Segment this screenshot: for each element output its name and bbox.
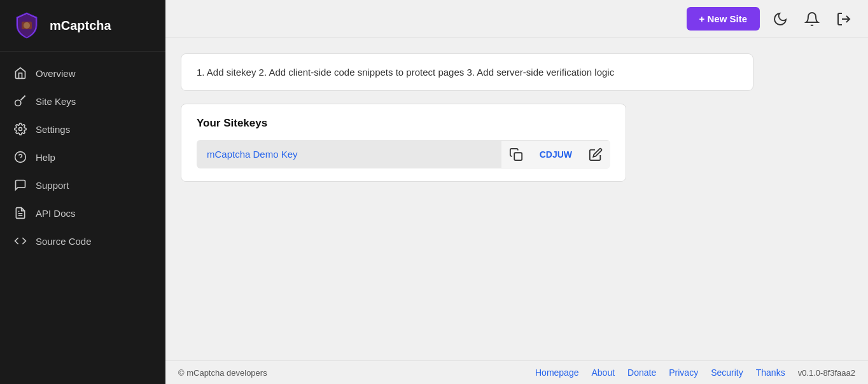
new-site-button[interactable]: + New Site xyxy=(687,7,760,31)
sidebar-item-source-code-label: Source Code xyxy=(36,236,92,247)
sitekey-actions: CDJUW xyxy=(501,141,610,168)
file-icon xyxy=(14,207,27,219)
app-logo xyxy=(13,11,41,39)
footer-version: v0.1.0-8f3faaa2 xyxy=(798,368,855,378)
source-code-icon xyxy=(14,235,27,247)
svg-point-3 xyxy=(19,128,22,131)
sitekey-edit-button[interactable] xyxy=(581,141,610,168)
app-title: mCaptcha xyxy=(50,18,111,33)
dark-mode-button[interactable] xyxy=(769,8,792,31)
logout-button[interactable] xyxy=(832,8,855,31)
home-icon xyxy=(14,67,27,79)
sidebar-item-api-docs[interactable]: API Docs xyxy=(0,199,165,227)
sitekey-code[interactable]: CDJUW xyxy=(531,143,581,166)
sidebar-nav: Overview Site Keys Settings xyxy=(0,51,165,384)
footer-link-security[interactable]: Security xyxy=(711,367,743,378)
svg-point-1 xyxy=(24,22,30,29)
sidebar-item-api-docs-label: API Docs xyxy=(36,208,76,219)
sitekeys-section: Your Sitekeys mCaptcha Demo Key CDJUW xyxy=(181,104,626,182)
steps-text: 1. Add sitekey 2. Add client-side code s… xyxy=(197,67,614,78)
sidebar-item-overview-label: Overview xyxy=(36,68,76,79)
moon-icon xyxy=(773,11,788,27)
sidebar-item-settings-label: Settings xyxy=(36,124,70,135)
sidebar-header: mCaptcha xyxy=(0,0,165,51)
sidebar-item-overview[interactable]: Overview xyxy=(0,59,165,87)
footer-link-homepage[interactable]: Homepage xyxy=(535,367,579,378)
sitekey-row: mCaptcha Demo Key CDJUW xyxy=(197,140,610,168)
topbar: + New Site xyxy=(165,0,868,38)
sidebar-item-help[interactable]: Help xyxy=(0,143,165,171)
footer-link-about[interactable]: About xyxy=(591,367,615,378)
help-icon xyxy=(14,151,27,163)
sidebar-item-settings[interactable]: Settings xyxy=(0,115,165,143)
notifications-button[interactable] xyxy=(801,8,823,31)
footer-copyright: © mCaptcha developers xyxy=(178,368,267,378)
sitekey-name[interactable]: mCaptcha Demo Key xyxy=(197,140,501,168)
svg-rect-9 xyxy=(514,153,522,160)
footer: © mCaptcha developers Homepage About Don… xyxy=(165,360,868,384)
sidebar-item-support-label: Support xyxy=(36,180,69,191)
sidebar-item-help-label: Help xyxy=(36,152,55,163)
bell-icon xyxy=(804,11,820,27)
svg-point-2 xyxy=(15,100,21,106)
footer-link-thanks[interactable]: Thanks xyxy=(756,367,785,378)
sidebar-item-site-keys[interactable]: Site Keys xyxy=(0,87,165,115)
sitekey-copy-button[interactable] xyxy=(501,141,531,168)
copy-icon xyxy=(509,147,523,161)
footer-link-donate[interactable]: Donate xyxy=(627,367,656,378)
sitekeys-title: Your Sitekeys xyxy=(197,117,610,130)
footer-links: Homepage About Donate Privacy Security T… xyxy=(535,367,855,378)
edit-icon xyxy=(589,147,603,161)
main-content: + New Site xyxy=(165,0,868,384)
sidebar-item-site-keys-label: Site Keys xyxy=(36,96,76,107)
settings-icon xyxy=(14,123,27,135)
sidebar: mCaptcha Overview Site Keys xyxy=(0,0,165,384)
key-icon xyxy=(14,95,27,107)
logout-icon xyxy=(836,11,851,27)
sidebar-item-source-code[interactable]: Source Code xyxy=(0,227,165,255)
footer-link-privacy[interactable]: Privacy xyxy=(669,367,698,378)
steps-banner: 1. Add sitekey 2. Add client-side code s… xyxy=(181,53,753,91)
sidebar-item-support[interactable]: Support xyxy=(0,171,165,199)
page-body: 1. Add sitekey 2. Add client-side code s… xyxy=(165,38,868,360)
chat-icon xyxy=(14,179,27,191)
